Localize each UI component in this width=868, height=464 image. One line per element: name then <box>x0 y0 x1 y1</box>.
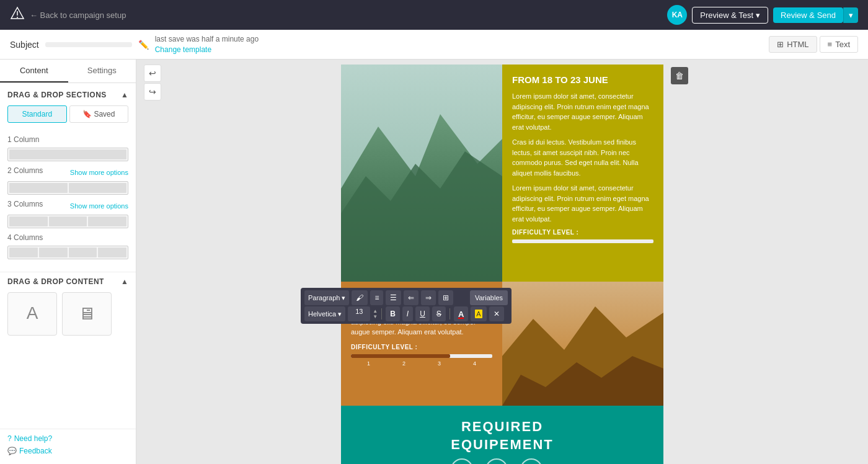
toolbar-separator-2 <box>450 308 450 319</box>
equip-icon-2: 🧗 <box>485 458 508 464</box>
font-color-button[interactable]: A <box>454 306 468 321</box>
col4-div1 <box>9 248 38 257</box>
yellow-difficulty: DIFFICULTY LEVEL : <box>512 229 653 236</box>
back-button[interactable]: ← Back to campaign setup <box>30 11 126 20</box>
paragraph-select[interactable]: Paragraph ▾ <box>304 290 349 305</box>
col-div-single <box>9 149 126 159</box>
col3-preview[interactable] <box>7 215 128 228</box>
bookmark-icon: 🔖 <box>82 110 92 118</box>
col3-div3 <box>88 216 126 226</box>
font-select[interactable]: Helvetica ▾ <box>304 306 345 321</box>
need-help-link[interactable]: ? Need help? <box>7 434 128 443</box>
undo-button[interactable]: ↩ <box>144 65 161 82</box>
diff-4: 4 <box>473 360 476 367</box>
text-content-item[interactable]: A <box>7 292 57 336</box>
review-button[interactable]: Review & Send <box>773 7 843 23</box>
font-color-a-icon: A <box>458 310 464 319</box>
preview-btn-group: Preview & Test ▾ <box>692 7 768 24</box>
underline-button[interactable]: U <box>415 306 430 321</box>
yellow-section: From 18 to 23 JUNE Lorem ipsum dolor sit… <box>341 65 663 282</box>
chevron-down-icon: ▾ <box>756 11 760 20</box>
strike-button[interactable]: S <box>432 306 446 321</box>
section-type-buttons: Standard 🔖 Saved <box>7 105 128 123</box>
subject-bar: Subject ✏️ last save was half a minute a… <box>0 30 868 60</box>
equip-icon-3: 🥾 <box>520 458 542 464</box>
col2-div2 <box>69 183 127 193</box>
toolbar-row1: Paragraph ▾ 🖌 ≡ ☰ ⇐ ⇒ ⊞ Variables <box>304 290 508 305</box>
change-template-link[interactable]: Change template <box>155 45 211 54</box>
delete-section-button[interactable]: 🗑 <box>671 67 688 84</box>
indent-right-btn[interactable]: ⇒ <box>421 290 436 305</box>
col3-show-more[interactable]: Show more options <box>70 202 128 210</box>
trek-difficulty-label: DIFFICULTY LEVEL : <box>351 344 492 350</box>
grid-btn[interactable]: ⊞ <box>438 290 453 305</box>
col1-preview[interactable] <box>7 148 128 161</box>
text-view-button[interactable]: ≡ Text <box>820 36 858 53</box>
font-size-input[interactable]: 13 <box>348 306 370 321</box>
html-view-button[interactable]: ⊞ HTML <box>769 36 817 53</box>
image-content-item[interactable]: 🖥 <box>62 292 112 336</box>
review-btn-group: Review & Send ▾ <box>773 7 858 23</box>
avatar: KA <box>667 5 687 25</box>
image-icon: 🖥 <box>78 303 95 324</box>
saved-btn[interactable]: 🔖 Saved <box>69 105 129 123</box>
chevron-icon: ▾ <box>342 294 345 302</box>
list-unordered-btn[interactable]: ≡ <box>370 290 383 305</box>
preview-button[interactable]: Preview & Test ▾ <box>692 7 768 24</box>
feedback-link[interactable]: 💬 Feedback <box>7 447 128 455</box>
col2-preview[interactable] <box>7 181 128 195</box>
difficulty-fill <box>351 354 450 358</box>
brush-btn[interactable]: 🖌 <box>352 290 368 305</box>
toolbar-separator-1 <box>381 308 382 319</box>
col2-show-more[interactable]: Show more options <box>70 169 128 176</box>
col2-row: 2 Columns Show more options <box>7 166 128 179</box>
tab-settings[interactable]: Settings <box>68 60 136 83</box>
col2-div1 <box>9 183 68 193</box>
difficulty-bar <box>351 354 492 358</box>
equipment-icons: ⛺ 🧗 🥾 <box>451 458 553 464</box>
redo-button[interactable]: ↪ <box>144 83 161 100</box>
content-collapse[interactable]: ▲ <box>121 277 128 286</box>
yellow-title: From 18 to 23 JUNE <box>512 74 653 85</box>
difficulty-numbers: 1 2 3 4 <box>351 360 492 367</box>
nav-right: KA Preview & Test ▾ Review & Send ▾ <box>667 5 858 25</box>
col4-div4 <box>98 248 126 257</box>
help-links: ? Need help? 💬 Feedback <box>0 429 136 464</box>
yellow-para1: Lorem ipsum dolor sit amet, consectetur … <box>512 91 653 132</box>
sections-title: Drag & Drop sections <box>7 91 107 99</box>
col4-div3 <box>69 248 97 257</box>
sections-collapse[interactable]: ▲ <box>121 91 128 99</box>
list-ordered-btn[interactable]: ☰ <box>386 290 401 305</box>
top-nav: ← Back to campaign setup KA Preview & Te… <box>0 0 868 30</box>
variables-button[interactable]: Variables <box>470 290 508 305</box>
clear-format-button[interactable]: ✕ <box>489 306 504 321</box>
text-icon: ≡ <box>828 40 833 49</box>
floating-toolbar: Paragraph ▾ 🖌 ≡ ☰ ⇐ ⇒ ⊞ Variables Helvet… <box>301 288 512 324</box>
edit-icon[interactable]: ✏️ <box>138 40 149 50</box>
drag-drop-sections: Drag & Drop sections ▲ Standard 🔖 Saved <box>0 83 136 135</box>
logo-icon <box>10 6 25 24</box>
brown-mountains-image <box>502 282 663 406</box>
svg-point-2 <box>17 17 18 18</box>
highlight-button[interactable]: A <box>471 306 486 321</box>
col4-div2 <box>39 248 68 257</box>
email-preview: From 18 to 23 JUNE Lorem ipsum dolor sit… <box>341 65 663 464</box>
col4-preview[interactable] <box>7 246 128 259</box>
undo-redo-controls: ↩ ↪ <box>144 65 161 100</box>
standard-btn[interactable]: Standard <box>7 105 67 123</box>
yellow-para3: Lorem ipsum dolor sit amet, consectetur … <box>512 183 653 224</box>
col1-label: 1 Column <box>7 135 128 144</box>
bold-button[interactable]: B <box>386 306 400 321</box>
indent-left-btn[interactable]: ⇐ <box>404 290 418 305</box>
col2-label: 2 Columns <box>7 166 43 175</box>
tab-content[interactable]: Content <box>0 60 68 83</box>
main-layout: Content Settings Drag & Drop sections ▲ … <box>0 60 868 464</box>
italic-button[interactable]: I <box>402 306 413 321</box>
font-chevron-icon: ▾ <box>338 310 342 318</box>
font-size-arrows[interactable]: ▲▼ <box>373 308 378 319</box>
content-title: Drag & Drop content <box>7 277 104 286</box>
left-panel: Content Settings Drag & Drop sections ▲ … <box>0 60 136 464</box>
canvas-area: ↩ ↪ <box>136 60 868 464</box>
content-section: Drag & Drop content ▲ A 🖥 <box>0 272 136 341</box>
review-dropdown-button[interactable]: ▾ <box>843 7 858 23</box>
